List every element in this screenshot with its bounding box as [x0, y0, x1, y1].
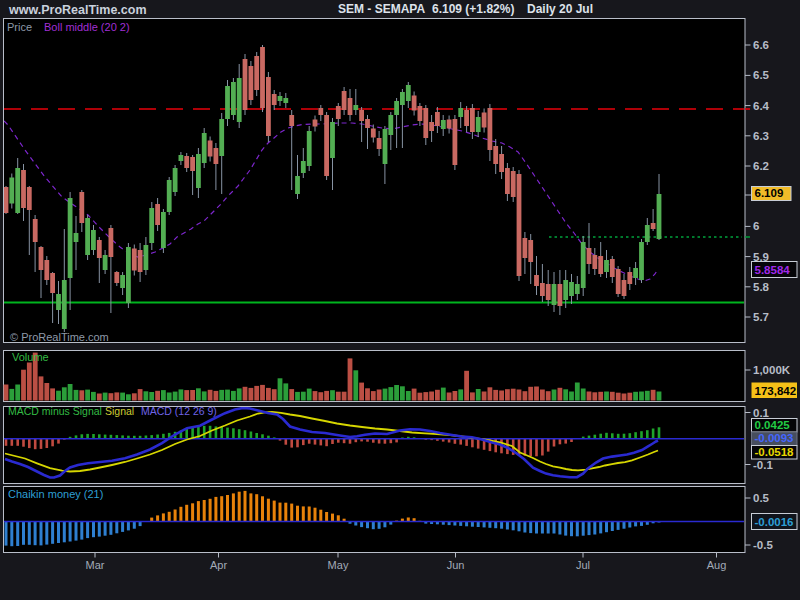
svg-text:-0.0016: -0.0016 [755, 516, 794, 528]
svg-text:May: May [328, 559, 349, 571]
svg-text:Price: Price [7, 21, 32, 33]
svg-text:Apr: Apr [210, 559, 227, 571]
svg-text:-0.0518: -0.0518 [755, 446, 795, 458]
svg-text:Jul: Jul [576, 559, 590, 571]
svg-text:5.8: 5.8 [753, 281, 770, 293]
svg-text:MACD minus Signal: MACD minus Signal [8, 405, 102, 417]
svg-text:Volume: Volume [12, 351, 49, 363]
svg-text:0.5: 0.5 [753, 492, 770, 504]
svg-text:www.ProRealTime.com: www.ProRealTime.com [8, 3, 147, 17]
svg-text:MACD (12 26 9): MACD (12 26 9) [141, 405, 217, 417]
svg-text:-0.1: -0.1 [753, 459, 773, 471]
svg-text:Signal: Signal [105, 405, 134, 417]
svg-text:6: 6 [753, 220, 759, 232]
svg-text:Chaikin money (21): Chaikin money (21) [8, 488, 103, 500]
svg-text:6.109 (+1.82%): 6.109 (+1.82%) [432, 2, 514, 16]
svg-text:173,842: 173,842 [755, 385, 797, 397]
svg-text:1,000K: 1,000K [753, 364, 791, 376]
svg-text:Jun: Jun [447, 559, 465, 571]
svg-text:0.0425: 0.0425 [755, 419, 791, 431]
svg-text:Mar: Mar [86, 559, 105, 571]
svg-text:6.109: 6.109 [755, 187, 784, 199]
svg-text:0.1: 0.1 [753, 407, 770, 419]
svg-text:6.4: 6.4 [753, 100, 770, 112]
svg-text:Daily 20 Jul: Daily 20 Jul [527, 2, 593, 16]
svg-text:-0.0093: -0.0093 [755, 432, 794, 444]
svg-text:5.9: 5.9 [753, 251, 769, 263]
svg-text:SEM - SEMAPA: SEM - SEMAPA [338, 2, 425, 16]
svg-text:-0.5: -0.5 [753, 539, 773, 551]
svg-text:6.6: 6.6 [753, 39, 769, 51]
svg-text:5.7: 5.7 [753, 311, 769, 323]
svg-text:6.2: 6.2 [753, 160, 769, 172]
svg-text:5.8584: 5.8584 [755, 264, 791, 276]
svg-text:© ProRealTime.com: © ProRealTime.com [10, 331, 109, 343]
svg-text:6.3: 6.3 [753, 130, 769, 142]
svg-text:Boll middle (20 2): Boll middle (20 2) [44, 21, 130, 33]
svg-text:6.5: 6.5 [753, 69, 770, 81]
svg-text:Aug: Aug [707, 559, 727, 571]
